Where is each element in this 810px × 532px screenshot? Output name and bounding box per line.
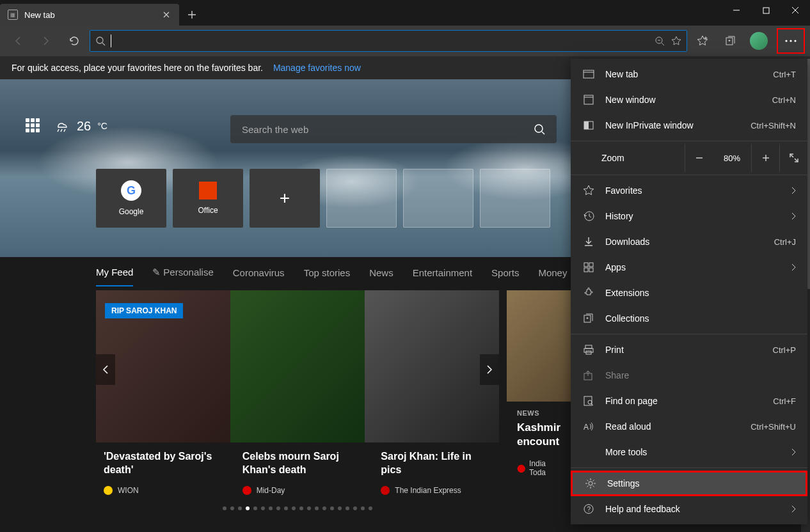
search-submit-icon[interactable] xyxy=(534,123,545,135)
card-image[interactable] xyxy=(365,290,499,442)
feed-tab-myfeed[interactable]: My Feed xyxy=(96,259,133,286)
feed-tab-news[interactable]: News xyxy=(369,260,393,286)
window-controls xyxy=(722,0,810,20)
text-cursor xyxy=(111,35,111,47)
svg-rect-18 xyxy=(585,345,592,348)
collections-button[interactable] xyxy=(718,28,743,54)
menu-more-tools[interactable]: More tools xyxy=(571,439,807,465)
menu-favorites[interactable]: Favorites xyxy=(571,178,807,203)
menu-read-aloud[interactable]: A Read aloud Ctrl+Shift+U xyxy=(571,414,807,439)
news-source: ⬤India Toda xyxy=(517,459,560,477)
tab-close-icon[interactable] xyxy=(161,10,171,20)
back-button[interactable] xyxy=(5,28,31,54)
menu-inprivate[interactable]: New InPrivate window Ctrl+Shift+N xyxy=(571,113,807,138)
feed-tab-top[interactable]: Top stories xyxy=(304,260,351,286)
carousel-item[interactable]: Celebs mourn Saroj Khan's death Mid-Day xyxy=(235,450,361,495)
svg-rect-11 xyxy=(584,121,589,129)
newtab-icon xyxy=(582,68,595,81)
feed-tab-money[interactable]: Money xyxy=(538,260,567,286)
fullscreen-button[interactable] xyxy=(779,144,807,172)
help-icon: ? xyxy=(582,503,595,515)
menu-print[interactable]: Print Ctrl+P xyxy=(571,337,807,363)
menu-collections[interactable]: Collections xyxy=(571,306,807,331)
tile-empty[interactable] xyxy=(480,169,550,228)
tile-add[interactable]: + xyxy=(250,169,320,228)
zoom-indicator-icon[interactable] xyxy=(655,36,665,46)
svg-rect-0 xyxy=(763,8,769,13)
card-image[interactable] xyxy=(230,290,365,442)
chevron-right-icon xyxy=(791,212,796,220)
manage-favorites-link[interactable]: Manage favorites now xyxy=(273,63,361,73)
history-icon xyxy=(582,210,595,223)
menu-downloads[interactable]: Downloads Ctrl+J xyxy=(571,229,807,254)
svg-text:A: A xyxy=(584,423,589,432)
web-search-box[interactable] xyxy=(230,115,557,143)
download-icon xyxy=(582,235,595,248)
browser-tab[interactable]: ▦ New tab xyxy=(0,4,179,26)
carousel-prev-button[interactable] xyxy=(96,354,115,385)
news-image xyxy=(507,290,571,402)
pencil-icon: ✎ xyxy=(152,267,161,278)
app-launcher-icon[interactable] xyxy=(26,118,41,134)
svg-rect-16 xyxy=(589,268,593,272)
chevron-right-icon xyxy=(791,448,796,456)
menu-apps[interactable]: Apps xyxy=(571,254,807,280)
temperature-value: 26 xyxy=(77,119,91,134)
print-icon xyxy=(582,343,595,356)
titlebar: ▦ New tab xyxy=(0,0,810,26)
close-window-button[interactable] xyxy=(781,0,810,20)
weather-icon xyxy=(54,118,70,134)
web-search-input[interactable] xyxy=(242,124,534,135)
maximize-button[interactable] xyxy=(751,0,781,20)
read-aloud-icon: A xyxy=(582,420,595,433)
minimize-button[interactable] xyxy=(722,0,751,20)
temperature-unit: °C xyxy=(97,121,107,131)
carousel-card: RIP SAROJ KHAN 'Devastated by Saroj's de… xyxy=(96,290,499,513)
chevron-right-icon xyxy=(791,187,796,194)
address-bar[interactable] xyxy=(90,30,687,52)
profile-button[interactable] xyxy=(746,28,772,54)
menu-find[interactable]: Find on page Ctrl+F xyxy=(571,388,807,414)
feed-tab-coronavirus[interactable]: Coronavirus xyxy=(233,260,285,286)
feed-tab-sports[interactable]: Sports xyxy=(491,260,519,286)
tile-empty[interactable] xyxy=(403,169,473,228)
settings-menu: New tab Ctrl+T New window Ctrl+N New InP… xyxy=(571,59,807,524)
news-card[interactable]: NEWS Kashmir encount ⬤India Toda xyxy=(507,290,571,513)
find-icon xyxy=(582,395,595,407)
menu-history[interactable]: History xyxy=(571,203,807,229)
carousel-item[interactable]: 'Devastated by Saroj's death' WION xyxy=(96,450,222,495)
carousel-next-button[interactable] xyxy=(480,354,499,385)
menu-new-window[interactable]: New window Ctrl+N xyxy=(571,87,807,113)
svg-point-5 xyxy=(790,40,791,42)
favorite-star-icon[interactable] xyxy=(671,36,681,46)
tile-google[interactable]: G Google xyxy=(96,169,166,228)
tile-office[interactable]: Office xyxy=(173,169,243,228)
menu-settings[interactable]: Settings xyxy=(571,471,807,496)
feed-tab-personalise[interactable]: ✎Personalise xyxy=(152,259,213,286)
feed-tab-entertainment[interactable]: Entertainment xyxy=(413,260,472,286)
carousel-item[interactable]: Saroj Khan: Life in pics The Indian Expr… xyxy=(373,450,499,495)
toolbar xyxy=(0,26,810,56)
settings-and-more-button[interactable] xyxy=(777,28,805,54)
menu-extensions[interactable]: Extensions xyxy=(571,280,807,306)
menu-help[interactable]: ? Help and feedback xyxy=(571,496,807,522)
svg-point-1 xyxy=(97,37,103,43)
tile-empty[interactable] xyxy=(326,169,397,228)
refresh-button[interactable] xyxy=(61,28,87,54)
apps-icon xyxy=(582,261,595,274)
favorites-button[interactable] xyxy=(690,28,715,54)
zoom-in-button[interactable] xyxy=(751,144,779,172)
source-icon xyxy=(381,486,390,495)
chevron-right-icon xyxy=(791,505,796,513)
weather-widget[interactable]: 26°C xyxy=(54,118,107,134)
office-icon xyxy=(199,182,217,199)
google-icon: G xyxy=(121,180,141,201)
source-icon xyxy=(242,486,251,495)
zoom-out-button[interactable] xyxy=(685,144,713,172)
forward-button[interactable] xyxy=(33,28,59,54)
new-tab-button[interactable] xyxy=(179,4,205,26)
card-image[interactable]: RIP SAROJ KHAN xyxy=(96,290,230,442)
more-icon xyxy=(785,40,797,42)
menu-new-tab[interactable]: New tab Ctrl+T xyxy=(571,61,807,87)
svg-point-7 xyxy=(535,125,543,132)
